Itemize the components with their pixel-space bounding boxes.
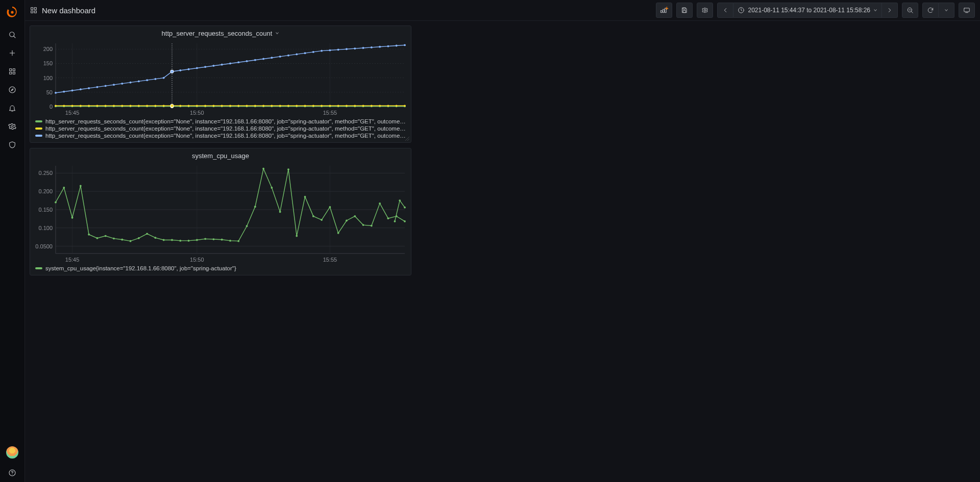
legend-label: system_cpu_usage{instance="192.168.1.66:… [45,265,236,271]
svg-point-106 [163,105,165,107]
view-mode-button[interactable] [959,3,975,18]
svg-text:15:45: 15:45 [65,110,80,116]
svg-point-111 [204,105,206,107]
svg-point-164 [287,55,289,57]
svg-rect-6 [13,69,15,71]
svg-point-175 [379,46,381,48]
svg-point-148 [155,78,157,80]
time-range-picker[interactable]: 2021-08-11 15:44:37 to 2021-08-11 15:58:… [733,3,882,18]
legend-item[interactable]: http_server_requests_seconds_count{excep… [35,125,406,132]
svg-point-104 [146,105,148,107]
svg-point-130 [362,105,364,107]
svg-point-138 [71,90,74,92]
svg-text:150: 150 [43,60,53,66]
refresh-group [922,3,954,18]
svg-point-139 [80,88,82,90]
svg-rect-15 [31,8,33,10]
panel-legend: http_server_requests_seconds_count{excep… [30,118,411,142]
svg-rect-7 [10,72,12,74]
svg-point-239 [404,220,406,222]
chart-cpu-usage[interactable]: 0.05000.1000.1500.2000.25015:4515:5015:5… [30,163,411,265]
settings-icon[interactable] [0,117,24,136]
refresh-button[interactable] [922,3,939,18]
dashboards-icon[interactable] [0,62,24,81]
svg-point-110 [196,105,198,107]
svg-point-214 [196,239,198,241]
svg-point-209 [155,237,157,239]
svg-point-207 [138,237,140,239]
help-icon[interactable] [0,464,24,482]
svg-point-235 [371,225,373,227]
svg-point-237 [387,217,389,219]
svg-point-206 [130,240,132,242]
svg-point-94 [63,105,65,107]
svg-point-174 [371,46,373,48]
svg-line-2 [14,36,15,38]
legend-item[interactable]: http_server_requests_seconds_count{excep… [35,132,406,139]
svg-text:0: 0 [50,104,53,110]
zoom-out-button[interactable] [902,3,918,18]
svg-point-120 [279,105,281,107]
svg-point-161 [262,58,264,60]
time-next-button[interactable] [882,3,898,18]
legend-label: http_server_requests_seconds_count{excep… [45,125,406,132]
svg-text:0.0500: 0.0500 [35,243,53,249]
svg-point-159 [246,60,248,62]
panel-title-button[interactable]: http_server_requests_seconds_count [30,26,411,40]
svg-point-127 [337,105,339,107]
resize-handle[interactable] [405,136,410,141]
svg-point-123 [304,105,306,107]
svg-point-227 [304,196,306,198]
svg-point-210 [163,239,165,241]
plus-icon[interactable] [0,44,24,62]
svg-point-167 [312,51,314,53]
svg-point-128 [346,105,348,107]
chevron-down-icon [275,31,279,35]
svg-point-145 [130,82,132,84]
svg-point-213 [188,240,190,242]
svg-point-105 [155,105,157,107]
add-panel-button[interactable]: + [656,3,672,18]
shield-icon[interactable] [0,136,24,154]
svg-text:100: 100 [43,75,53,81]
user-avatar[interactable] [6,446,18,459]
svg-point-222 [262,168,264,170]
chart-http-requests[interactable]: 05010015020015:4515:5015:55 [30,40,411,118]
svg-point-242 [404,207,406,209]
svg-point-172 [354,47,356,49]
svg-point-211 [171,239,173,241]
topbar: New dashboard + 2021-08-11 15:44:37 to 2… [24,0,980,21]
svg-point-122 [296,105,298,107]
svg-point-95 [71,105,74,107]
svg-point-146 [138,81,140,83]
time-prev-button[interactable] [717,3,733,18]
svg-point-121 [287,105,289,107]
svg-point-215 [204,238,206,240]
refresh-interval-button[interactable] [939,3,954,18]
panel-http-requests: http_server_requests_seconds_count 05010… [30,26,411,143]
svg-point-219 [237,240,239,242]
panel-title: system_cpu_usage [192,152,249,160]
svg-point-168 [321,50,323,52]
search-icon[interactable] [0,26,24,44]
alerts-icon[interactable] [0,99,24,117]
explore-icon[interactable] [0,81,24,99]
svg-text:15:45: 15:45 [65,257,80,263]
svg-point-144 [121,83,123,85]
svg-text:15:50: 15:50 [190,257,204,263]
dashboard-title-wrap[interactable]: New dashboard [30,6,95,15]
legend-item[interactable]: http_server_requests_seconds_count{excep… [35,118,406,125]
dashboard-settings-button[interactable] [697,3,713,18]
svg-point-117 [254,105,256,107]
grafana-logo[interactable] [5,5,19,19]
svg-rect-23 [683,11,686,13]
legend-item[interactable]: system_cpu_usage{instance="192.168.1.66:… [35,265,406,272]
save-dashboard-button[interactable] [676,3,693,18]
panel-cpu-usage: system_cpu_usage 0.05000.1000.1500.2000.… [30,148,411,275]
svg-rect-18 [34,11,36,13]
svg-point-232 [346,220,348,222]
svg-point-150 [170,70,174,73]
svg-point-170 [337,49,339,51]
svg-point-140 [88,87,90,89]
panel-title-button[interactable]: system_cpu_usage [30,148,411,163]
